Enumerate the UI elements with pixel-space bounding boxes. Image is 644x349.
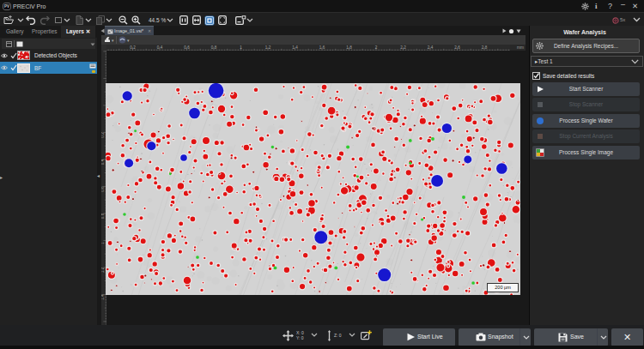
svg-text:1.4: 1.4: [101, 293, 105, 299]
svg-text:1.2: 1.2: [265, 45, 271, 49]
svg-text:1: 1: [240, 45, 242, 49]
svg-text:2.4: 2.4: [428, 45, 434, 49]
svg-text:1.4: 1.4: [292, 45, 298, 49]
svg-text:1.8: 1.8: [346, 45, 352, 49]
svg-text:1: 1: [101, 241, 105, 244]
svg-text:1.6: 1.6: [319, 45, 325, 49]
svg-text:1.2: 1.2: [101, 267, 105, 273]
svg-text:2.2: 2.2: [400, 45, 406, 49]
svg-text:mm: mm: [517, 45, 524, 50]
svg-text:0.4: 0.4: [101, 159, 105, 165]
svg-text:0.4: 0.4: [157, 45, 163, 49]
svg-text:0.8: 0.8: [211, 45, 217, 49]
svg-text:2: 2: [375, 45, 378, 49]
svg-text:2.6: 2.6: [454, 45, 460, 49]
svg-text:0.8: 0.8: [101, 213, 105, 219]
svg-text:0.6: 0.6: [184, 45, 190, 49]
svg-text:0.2: 0.2: [101, 131, 105, 137]
svg-text:0.2: 0.2: [130, 45, 136, 49]
svg-text:2.8: 2.8: [482, 45, 488, 49]
svg-text:0.6: 0.6: [101, 185, 105, 191]
